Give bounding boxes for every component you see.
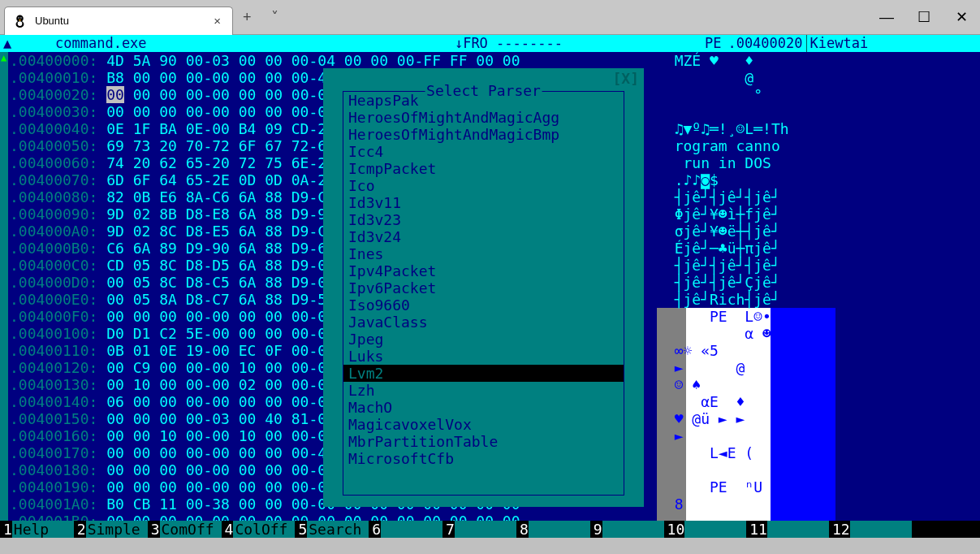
parser-item[interactable]: MachO (343, 399, 624, 416)
ascii-row: ∞☼ «5 (657, 342, 980, 359)
parser-item[interactable]: Lvm2 (343, 365, 624, 382)
penguin-icon (13, 14, 27, 28)
fkey-label[interactable] (767, 521, 829, 538)
ascii-row: Φjê┘¥☻ì┼fjê┘ (657, 206, 980, 223)
parser-item[interactable]: Ines (343, 245, 624, 262)
fkey-number: 7 (443, 521, 455, 538)
fkey-label[interactable] (850, 521, 912, 538)
status-format: PE (702, 35, 724, 52)
ascii-row: 8 (657, 496, 980, 513)
fkey-number: 8 (516, 521, 529, 538)
ascii-row: ☺ ♠ (657, 376, 980, 393)
parser-item[interactable]: Lzh (343, 382, 624, 399)
tab-dropdown-button[interactable]: ˅ (261, 8, 288, 26)
window-controls: — ☐ ✕ (868, 5, 980, 29)
ascii-row: ┤jê┘┤jê┘Çjê┘ (657, 274, 980, 291)
ascii-row: PE ⁿU (657, 478, 980, 496)
parser-item[interactable]: Id3v23 (343, 211, 624, 228)
status-arrow-icon: ▲ (0, 35, 15, 52)
tab-title: Ubuntu (35, 15, 210, 27)
fkey-label[interactable] (529, 521, 590, 538)
parser-item[interactable]: Id3v24 (343, 228, 624, 245)
status-pad (871, 35, 980, 52)
svg-point-2 (18, 21, 23, 26)
status-filename: command.exe (15, 35, 451, 52)
parser-item[interactable]: Id3v11 (343, 194, 624, 211)
dialog-title: Select Parser (425, 82, 542, 99)
dialog-close-button[interactable]: [X] (612, 70, 639, 87)
ascii-row: run in DOS (657, 154, 980, 171)
ascii-row: L◄E ( (657, 444, 980, 461)
parser-item[interactable]: Jpeg (343, 331, 624, 348)
gutter-up-icon[interactable]: ▲ (1, 52, 6, 63)
parser-item[interactable]: Icc4 (343, 143, 624, 160)
ascii-row: ┤jê┘┤jê┘┤jê┘ (657, 257, 980, 274)
fkey-label[interactable]: ColOff (233, 521, 295, 538)
ascii-row (657, 461, 980, 478)
fkey-label[interactable]: Simple (86, 521, 148, 538)
ascii-row: ┤jê┘┤jê┘┤jê┘ (657, 188, 980, 206)
ascii-row (657, 103, 980, 120)
fkey-label[interactable]: ComOff (160, 521, 222, 538)
ascii-row: ♫▼º♫═!¸☺L═!Th (657, 120, 980, 137)
parser-item[interactable]: JavaClass (343, 314, 624, 331)
ascii-column: MZÉ ♥ ♦ @ ° ♫▼º♫═!¸☺L═!Th rogram canno r… (657, 52, 980, 538)
ascii-row: ♥ @ü ► ► (657, 410, 980, 427)
left-gutter[interactable]: ▲ (0, 52, 8, 538)
fkey-number: 2 (74, 521, 86, 538)
ascii-row: ► (657, 427, 980, 444)
parser-item[interactable]: Ico (343, 177, 624, 194)
dialog-body: Select Parser HeapsPakHeroesOfMightAndMa… (343, 91, 624, 496)
fkey-label[interactable] (602, 521, 664, 538)
ascii-row: MZÉ ♥ ♦ (657, 52, 980, 69)
status-mode: ↓FRO -------- (451, 35, 702, 52)
window-titlebar: Ubuntu × + ˅ — ☐ ✕ (0, 0, 980, 35)
svg-point-3 (18, 17, 19, 18)
parser-item[interactable]: Iso9660 (343, 296, 624, 314)
close-button[interactable]: ✕ (943, 5, 980, 29)
fkey-label[interactable] (381, 521, 443, 538)
maximize-button[interactable]: ☐ (905, 5, 943, 29)
fkey-label[interactable]: Search (307, 521, 369, 538)
ascii-row: Éjê┘─♣ü┼πjê┘ (657, 240, 980, 257)
fkey-number: 6 (369, 521, 381, 538)
ascii-row: .♪♪◙$ (657, 171, 980, 188)
fkey-label[interactable]: Help (12, 521, 74, 538)
new-tab-button[interactable]: + (233, 9, 261, 26)
parser-list[interactable]: HeapsPakHeroesOfMightAndMagicAggHeroesOf… (343, 92, 624, 467)
fkey-number: 5 (295, 521, 307, 538)
ascii-row: ° (657, 86, 980, 103)
hex-row: .00400000: 4D 5A 90 00-03 00 00 00-04 00… (10, 52, 520, 69)
parser-item[interactable]: MicrosoftCfb (343, 450, 624, 467)
status-tool: Kiewtai (806, 35, 872, 52)
parser-item[interactable]: Ipv4Packet (343, 262, 624, 279)
function-key-bar: 1Help 2Simple3ComOff4ColOff5Search6 7 8 … (0, 521, 980, 538)
parser-item[interactable]: HeroesOfMightAndMagicAgg (343, 109, 624, 126)
select-parser-dialog: [X] Select Parser HeapsPakHeroesOfMightA… (323, 68, 644, 507)
fkey-number: 4 (222, 521, 234, 538)
parser-item[interactable]: MbrPartitionTable (343, 433, 624, 450)
ascii-row: α ☻☺ (657, 325, 980, 342)
ascii-row: ┤jê┘Rich┤jê┘ (657, 291, 980, 308)
ascii-row: ► @ (657, 359, 980, 376)
fkey-number: 9 (590, 521, 602, 538)
parser-item[interactable]: Luks (343, 348, 624, 365)
browser-tab[interactable]: Ubuntu × (4, 6, 233, 35)
fkey-number: 3 (148, 521, 160, 538)
fkey-number: 10 (664, 521, 685, 538)
top-status-bar: ▲ command.exe ↓FRO -------- PE .00400020… (0, 35, 980, 52)
fkey-label[interactable] (684, 521, 746, 538)
fkey-number: 11 (746, 521, 767, 538)
ascii-row: PE L☺• (657, 308, 980, 325)
minimize-button[interactable]: — (868, 5, 905, 29)
tab-close-button[interactable]: × (210, 14, 224, 28)
fkey-number: 12 (829, 521, 850, 538)
parser-item[interactable]: HeroesOfMightAndMagicBmp (343, 126, 624, 143)
parser-item[interactable]: MagicavoxelVox (343, 416, 624, 433)
status-base: .00400020 (724, 35, 805, 52)
fkey-label[interactable] (455, 521, 516, 538)
parser-item[interactable]: Ipv6Packet (343, 279, 624, 296)
ascii-row: @ (657, 69, 980, 86)
parser-item[interactable]: IcmpPacket (343, 160, 624, 177)
ascii-row: σjê┘¥☻ë┼┤jê┘ (657, 223, 980, 240)
